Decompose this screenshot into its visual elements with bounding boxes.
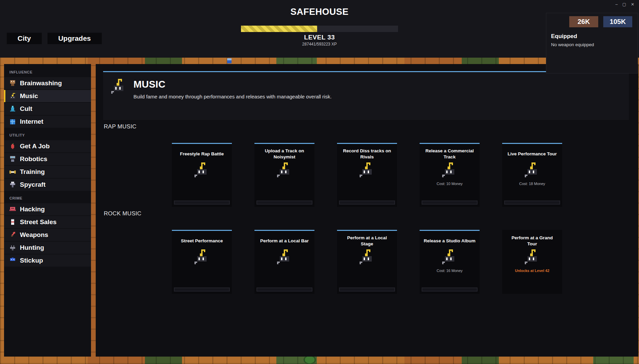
main-nav: City Upgrades bbox=[7, 33, 102, 44]
sidebar-item-label: Brainwashing bbox=[20, 80, 62, 87]
minimize-icon[interactable]: – bbox=[615, 2, 618, 6]
sidebar-item-label: Street Sales bbox=[20, 218, 57, 226]
money-badge[interactable]: 26K bbox=[569, 16, 598, 27]
card-cost bbox=[337, 269, 397, 273]
sidebar-item-internet[interactable]: Internet bbox=[4, 116, 91, 128]
close-icon[interactable]: ✕ bbox=[631, 2, 634, 6]
sidebar-item-label: Training bbox=[20, 168, 45, 176]
group-rock-music: ROCK MUSIC Street Performance Perform at… bbox=[96, 210, 638, 294]
equipped-status: No weapon equipped bbox=[551, 42, 638, 47]
window-controls: – ▢ ✕ bbox=[615, 2, 634, 6]
street-sales-icon bbox=[9, 219, 16, 225]
section-label-utility: UTILITY bbox=[4, 128, 91, 140]
card-progress-bar bbox=[256, 287, 312, 292]
card-progress-bar bbox=[422, 287, 478, 292]
weapons-icon bbox=[9, 232, 16, 238]
section-label-crime: CRIME bbox=[4, 191, 91, 203]
sidebar-item-label: Stickup bbox=[20, 257, 43, 264]
brainwashing-icon bbox=[9, 80, 16, 87]
music-icon bbox=[442, 162, 457, 177]
sidebar-item-hunting[interactable]: Hunting bbox=[4, 242, 91, 254]
card-cost: Cost: 10 Money bbox=[420, 182, 480, 186]
music-icon bbox=[9, 93, 16, 99]
sidebar-item-robotics[interactable]: Robotics bbox=[4, 153, 91, 165]
sidebar-item-weapons[interactable]: Weapons bbox=[4, 229, 91, 241]
music-icon bbox=[442, 249, 457, 264]
card-title: Freestyle Rap Battle bbox=[172, 147, 232, 161]
sidebar-item-cult[interactable]: Cult bbox=[4, 103, 91, 115]
sidebar-item-label: Weapons bbox=[20, 231, 48, 239]
top-header: – ▢ ✕ SAFEHOUSE City Upgrades LEVEL 33 2… bbox=[0, 0, 639, 58]
card-progress-bar bbox=[504, 201, 560, 205]
activity-card-live-performance-tour[interactable]: Live Performance Tour Cost: 18 Money bbox=[502, 143, 562, 207]
sidebar-item-label: Spycraft bbox=[20, 181, 45, 188]
player-sprite bbox=[227, 58, 232, 63]
points-badge[interactable]: 105K bbox=[603, 16, 632, 27]
group-label: ROCK MUSIC bbox=[104, 210, 638, 217]
activity-card-freestyle-rap-battle[interactable]: Freestyle Rap Battle bbox=[172, 143, 232, 207]
card-cost: Cost: 16 Money bbox=[420, 269, 480, 273]
card-progress-bar bbox=[174, 287, 230, 292]
card-title: Perform at a Local Stage bbox=[337, 234, 397, 248]
sidebar: INFLUENCE Brainwashing Music Cult Intern… bbox=[4, 64, 91, 357]
xp-progress-fill bbox=[241, 26, 317, 32]
sidebar-item-label: Cult bbox=[20, 105, 32, 113]
card-cost bbox=[337, 182, 397, 186]
sidebar-item-label: Music bbox=[20, 92, 38, 100]
activity-card-record-diss-tracks[interactable]: Record Diss tracks on Rivals bbox=[337, 143, 397, 207]
music-icon bbox=[525, 162, 540, 177]
sidebar-item-street-sales[interactable]: Street Sales bbox=[4, 216, 91, 228]
music-icon bbox=[525, 249, 540, 264]
card-cost bbox=[172, 269, 232, 273]
level-label: LEVEL 33 bbox=[241, 34, 398, 41]
sidebar-item-label: Robotics bbox=[20, 155, 47, 163]
card-title: Street Performance bbox=[172, 234, 232, 248]
sidebar-item-label: Hunting bbox=[20, 244, 44, 251]
sidebar-item-hacking[interactable]: Hacking bbox=[4, 203, 91, 215]
hunting-icon bbox=[9, 245, 16, 251]
maximize-icon[interactable]: ▢ bbox=[622, 2, 626, 6]
card-cost: Cost: 18 Money bbox=[502, 182, 562, 186]
card-cost bbox=[254, 269, 314, 273]
activity-card-upload-track[interactable]: Upload a Track on Noisymist bbox=[254, 143, 314, 207]
category-description: Build fame and money through performance… bbox=[133, 94, 332, 99]
robotics-icon bbox=[9, 156, 16, 162]
card-cost bbox=[254, 182, 314, 186]
card-title: Upload a Track on Noisymist bbox=[254, 147, 314, 161]
card-progress-bar bbox=[339, 287, 395, 292]
currency-badges: 26K 105K bbox=[546, 13, 638, 27]
card-progress-bar bbox=[422, 201, 478, 205]
music-icon bbox=[111, 79, 126, 94]
activity-card-perform-grand-tour[interactable]: Perform at a Grand Tour Unlocks at Level… bbox=[502, 230, 562, 294]
activity-card-street-performance[interactable]: Street Performance bbox=[172, 230, 232, 294]
music-icon bbox=[360, 162, 374, 177]
internet-icon bbox=[9, 119, 16, 125]
card-locked-text: Unlocks at Level 42 bbox=[502, 269, 562, 273]
sidebar-item-brainwashing[interactable]: Brainwashing bbox=[4, 77, 91, 89]
card-title: Release a Studio Album bbox=[420, 234, 480, 248]
upgrades-button[interactable]: Upgrades bbox=[48, 33, 102, 44]
equipped-title: Equipped bbox=[551, 33, 638, 40]
sidebar-item-label: Get A Job bbox=[20, 143, 50, 150]
activity-card-perform-local-bar[interactable]: Perform at a Local Bar bbox=[254, 230, 314, 294]
card-row: Freestyle Rap Battle Upload a Track on N… bbox=[96, 143, 638, 207]
app-title: SAFEHOUSE bbox=[0, 7, 639, 17]
activity-card-perform-local-stage[interactable]: Perform at a Local Stage bbox=[337, 230, 397, 294]
sidebar-item-spycraft[interactable]: Spycraft bbox=[4, 179, 91, 191]
card-title: Perform at a Grand Tour bbox=[502, 234, 562, 248]
activity-card-release-commercial-track[interactable]: Release a Commercial Track Cost: 10 Mone… bbox=[420, 143, 480, 207]
music-icon bbox=[277, 162, 292, 177]
sidebar-item-training[interactable]: Training bbox=[4, 166, 91, 178]
sidebar-item-label: Hacking bbox=[20, 206, 45, 213]
sidebar-item-stickup[interactable]: Stickup bbox=[4, 254, 91, 267]
activity-card-release-studio-album[interactable]: Release a Studio Album Cost: 16 Money bbox=[420, 230, 480, 294]
category-header: MUSIC Build fame and money through perfo… bbox=[103, 71, 629, 120]
sidebar-item-label: Internet bbox=[20, 118, 43, 125]
sidebar-item-music[interactable]: Music bbox=[4, 90, 91, 102]
spycraft-icon bbox=[9, 182, 16, 188]
sidebar-item-get-a-job[interactable]: Get A Job bbox=[4, 140, 91, 152]
music-icon bbox=[194, 162, 209, 177]
cult-icon bbox=[9, 106, 16, 112]
hacking-icon bbox=[9, 206, 16, 213]
city-button[interactable]: City bbox=[7, 33, 42, 44]
